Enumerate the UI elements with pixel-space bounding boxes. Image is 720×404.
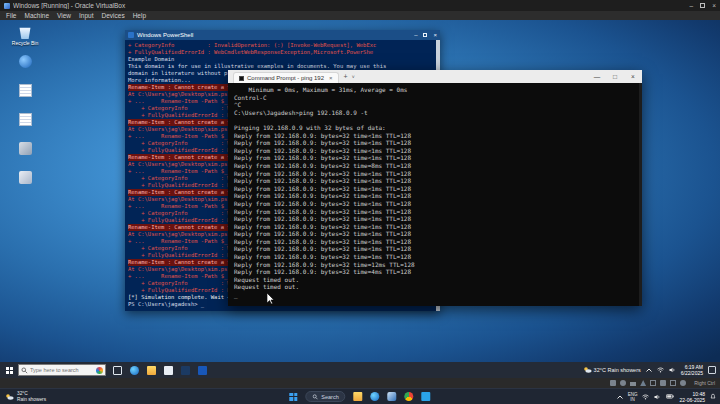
network-icon[interactable] [657, 367, 664, 373]
vm-desktop[interactable]: Recycle Bin Windows PowerShell – × + Cat… [0, 20, 720, 378]
desktop-icon-shortcut-1[interactable] [3, 142, 47, 162]
taskbar-search-box[interactable] [18, 364, 106, 376]
menu-file[interactable]: File [2, 12, 20, 19]
host-taskbar-center: Search [289, 389, 430, 404]
network-status-icon[interactable] [640, 380, 646, 386]
command-prompt-titlebar[interactable]: Command Prompt - ping 192 × + ˅ — □ × [228, 70, 642, 83]
terminal-line: Pinging 192.168.0.9 with 32 bytes of dat… [234, 124, 642, 132]
close-button[interactable]: × [624, 73, 642, 80]
command-prompt-output: Minimum = 0ms, Maximum = 31ms, Average =… [234, 86, 642, 299]
terminal-line: + CategoryInfo : InvalidOperation: (:) [… [128, 42, 440, 49]
language-code: ENG [628, 392, 638, 397]
word-icon[interactable] [198, 366, 207, 375]
menu-input[interactable]: Input [75, 12, 97, 19]
virtualbox-titlebar[interactable]: Windows [Running] - Oracle VirtualBox – … [0, 0, 720, 11]
app-badge-icon [19, 55, 32, 68]
powershell-icon[interactable] [181, 366, 190, 375]
close-button[interactable]: × [712, 2, 716, 9]
terminal-line: Request timed out. [234, 283, 642, 291]
terminal-line: Reply from 192.168.0.9: bytes=32 time=4m… [234, 268, 642, 276]
minimize-button[interactable]: – [690, 2, 694, 9]
close-button[interactable]: × [433, 32, 437, 38]
host-search-button[interactable]: Search [305, 391, 345, 402]
store-icon[interactable] [164, 366, 173, 375]
desktop-icon-shortcut-2[interactable] [3, 171, 47, 191]
usb-status-icon[interactable] [650, 380, 656, 386]
volume-icon[interactable] [669, 367, 676, 373]
shortcut-1-icon [19, 142, 32, 155]
desktop-icon-label: Recycle Bin [12, 40, 38, 46]
start-button[interactable] [289, 393, 297, 401]
edge-icon[interactable] [130, 366, 139, 375]
wifi-icon[interactable] [642, 394, 649, 400]
battery-icon[interactable] [666, 394, 674, 399]
desktop-icon-text-doc-1[interactable] [3, 84, 47, 104]
file-explorer-icon[interactable] [354, 392, 363, 401]
weather-icon [5, 393, 14, 401]
minimize-button[interactable]: — [588, 73, 606, 80]
terminal-line: Example Domain [128, 56, 440, 63]
task-view-icon[interactable] [113, 366, 122, 375]
volume-icon[interactable] [654, 394, 661, 400]
edge-icon[interactable] [371, 392, 380, 401]
minimize-button[interactable]: – [414, 32, 417, 38]
vscode-icon[interactable] [422, 392, 431, 401]
terminal-line: Minimum = 0ms, Maximum = 31ms, Average =… [234, 86, 642, 94]
maximize-button[interactable] [700, 3, 705, 8]
terminal-line: _ [234, 291, 642, 299]
display-status-icon[interactable] [670, 380, 676, 386]
terminal-window-controls: — □ × [588, 70, 642, 83]
terminal-line: Reply from 192.168.0.9: bytes=32 time=1m… [234, 253, 642, 261]
notification-bell-icon[interactable] [710, 393, 716, 400]
maximize-button[interactable] [423, 33, 427, 37]
menu-view[interactable]: View [53, 12, 75, 19]
maximize-button[interactable]: □ [606, 73, 624, 80]
powershell-window-controls: – × [414, 32, 437, 38]
search-icon [21, 367, 28, 374]
menu-machine[interactable]: Machine [20, 12, 53, 19]
shared-folders-status-icon[interactable] [660, 380, 666, 386]
scrollbar[interactable] [639, 83, 642, 306]
search-label: Search [321, 394, 338, 400]
mouse-integration-icon[interactable] [680, 380, 686, 386]
powershell-title: Windows PowerShell [137, 32, 411, 38]
tray-overflow-chevron-icon[interactable] [646, 368, 652, 372]
audio-status-icon[interactable] [630, 382, 636, 386]
tab-dropdown-icon[interactable]: ˅ [352, 74, 355, 80]
powershell-titlebar[interactable]: Windows PowerShell – × [125, 30, 440, 40]
widget-desc: Rain showers [17, 397, 46, 402]
search-input[interactable] [30, 367, 88, 373]
clock[interactable]: 6:19 AM 6/22/2025 [681, 364, 703, 376]
desktop-icon-app-badge[interactable] [3, 55, 47, 75]
action-center-icon[interactable] [708, 366, 716, 374]
terminal-line: Reply from 192.168.0.9: bytes=32 time<1m… [234, 223, 642, 231]
search-icon [312, 394, 318, 400]
terminal-line: Reply from 192.168.0.9: bytes=32 time<1m… [234, 170, 642, 178]
terminal-line: Reply from 192.168.0.9: bytes=32 time<1m… [234, 177, 642, 185]
desktop-icon-recycle-bin[interactable]: Recycle Bin [3, 26, 47, 46]
tray-overflow-chevron-icon[interactable] [617, 395, 623, 399]
hdd-status-icon[interactable] [610, 380, 616, 386]
new-tab-button[interactable]: + [344, 73, 348, 80]
language-indicator[interactable]: ENG IN [628, 392, 638, 402]
menu-help[interactable]: Help [129, 12, 150, 19]
menu-devices[interactable]: Devices [98, 12, 129, 19]
start-button[interactable] [0, 362, 18, 378]
widgets-button[interactable]: 32°C Rain showers [5, 389, 46, 404]
terminal-line: Reply from 192.168.0.9: bytes=32 time=8m… [234, 162, 642, 170]
tab-close-icon[interactable]: × [327, 75, 333, 81]
terminal-line: Reply from 192.168.0.9: bytes=32 time<1m… [234, 139, 642, 147]
command-prompt-terminal[interactable]: Minimum = 0ms, Maximum = 31ms, Average =… [228, 83, 642, 306]
optical-disk-status-icon[interactable] [620, 380, 626, 386]
search-highlights-icon[interactable] [96, 367, 103, 374]
terminal-tab[interactable]: Command Prompt - ping 192 × [233, 72, 339, 83]
host-clock[interactable]: 10:48 22-06-2025 [679, 391, 705, 403]
window-controls: – × [690, 2, 716, 9]
terminal-line: Reply from 192.168.0.9: bytes=32 time<1m… [234, 200, 642, 208]
weather-widget[interactable]: 32°C Rain showers [583, 366, 641, 374]
virtualbox-icon[interactable] [388, 392, 397, 401]
powershell-icon [128, 32, 134, 38]
desktop-icon-text-doc-2[interactable] [3, 113, 47, 133]
chrome-icon[interactable] [405, 392, 414, 401]
file-explorer-icon[interactable] [147, 366, 156, 375]
